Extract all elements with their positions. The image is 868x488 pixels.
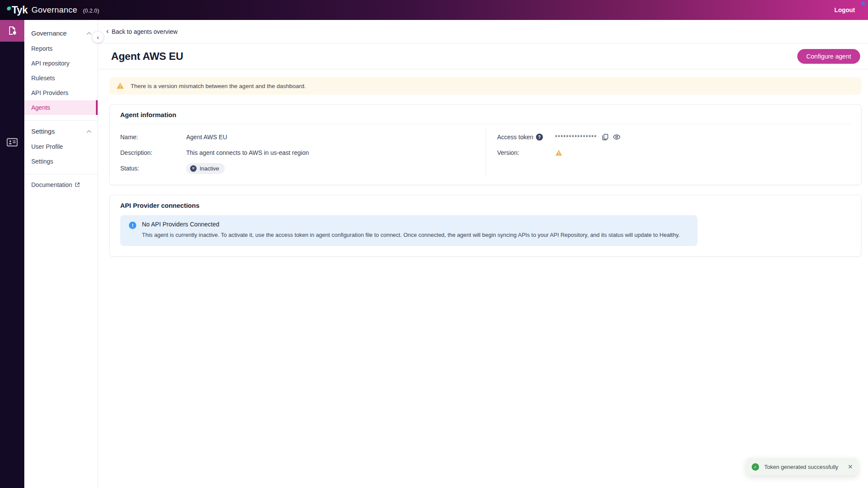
back-to-agents-link[interactable]: ‹ Back to agents overview xyxy=(106,28,178,35)
chevron-left-icon: ‹ xyxy=(106,28,108,35)
access-token-label: Access token xyxy=(497,134,533,141)
icon-rail xyxy=(0,20,24,488)
eye-icon xyxy=(613,134,621,140)
toast-close-button[interactable]: ✕ xyxy=(848,464,853,470)
sidebar: ‹ Governance Reports API repository Rule… xyxy=(24,20,98,488)
logout-button[interactable]: Logout xyxy=(835,7,855,13)
section-label: Settings xyxy=(31,128,55,135)
check-circle-icon: ✓ xyxy=(752,463,759,471)
chevron-up-icon xyxy=(86,32,92,35)
content-area: There is a version mismatch between the … xyxy=(98,69,868,257)
access-token-value: *************** xyxy=(555,134,622,141)
section-label: Governance xyxy=(31,29,67,37)
access-token-row: Access token ? *************** xyxy=(497,129,851,145)
product-name: Governance xyxy=(31,5,77,15)
recording-indicator-dot xyxy=(861,2,865,5)
chevron-left-icon: ‹ xyxy=(97,34,99,41)
main-content: ‹ Back to agents overview Agent AWS EU C… xyxy=(98,20,868,488)
copy-token-button[interactable] xyxy=(601,134,609,141)
version-label: (0.2.0) xyxy=(83,7,99,14)
app-body: ‹ Governance Reports API repository Rule… xyxy=(0,20,868,488)
warning-triangle-icon xyxy=(116,82,124,90)
info-box-body: This agent is currently inactive. To act… xyxy=(142,231,680,239)
page-header: Agent AWS EU Configure agent xyxy=(98,43,868,69)
top-bar: Tyk Governance (0.2.0) Logout xyxy=(0,0,868,20)
no-providers-info-box: ! No API Providers Connected This agent … xyxy=(120,215,697,246)
name-value: Agent AWS EU xyxy=(186,134,227,141)
id-card-icon xyxy=(7,138,18,147)
sidebar-item-reports[interactable]: Reports xyxy=(24,41,98,56)
info-box-content: No API Providers Connected This agent is… xyxy=(142,221,680,239)
status-label: Status: xyxy=(120,165,186,172)
description-row: Description: This agent connects to AWS … xyxy=(120,145,486,160)
version-value xyxy=(555,149,562,157)
sidebar-section-governance[interactable]: Governance xyxy=(24,25,98,41)
status-badge-text: Inactive xyxy=(200,165,219,172)
tyk-logo: Tyk xyxy=(7,5,27,15)
documentation-label: Documentation xyxy=(31,181,72,188)
sidebar-item-settings[interactable]: Settings xyxy=(24,154,98,169)
card-title: API Provider connections xyxy=(110,195,861,214)
name-label: Name: xyxy=(120,134,186,141)
rail-item-governance[interactable] xyxy=(0,20,24,42)
document-shield-icon xyxy=(7,26,17,36)
version-mismatch-banner: There is a version mismatch between the … xyxy=(109,77,861,95)
agent-information-card: Agent information Name: Agent AWS EU Des… xyxy=(109,104,861,185)
sidebar-item-rulesets[interactable]: Rulesets xyxy=(24,71,98,85)
back-label: Back to agents overview xyxy=(112,28,178,35)
success-toast: ✓ Token generated successfully ✕ xyxy=(746,458,858,475)
chevron-up-icon xyxy=(86,130,92,133)
tyk-leaf-icon xyxy=(7,7,11,10)
sidebar-item-user-profile[interactable]: User Profile xyxy=(24,139,98,154)
version-label: Version: xyxy=(497,149,555,156)
sidebar-divider xyxy=(24,120,98,121)
brand-name: Tyk xyxy=(12,5,27,15)
toast-message: Token generated successfully xyxy=(764,464,842,470)
copy-icon xyxy=(602,134,608,141)
info-circle-icon: ! xyxy=(129,222,136,229)
version-row: Version: xyxy=(497,145,851,160)
sidebar-section-settings[interactable]: Settings xyxy=(24,123,98,139)
help-question-icon[interactable]: ? xyxy=(536,134,543,141)
status-badge: ✕ Inactive xyxy=(186,163,225,174)
sidebar-item-api-providers[interactable]: API Providers xyxy=(24,85,98,100)
description-label: Description: xyxy=(120,149,186,156)
governance-items: Reports API repository Rulesets API Prov… xyxy=(24,41,98,118)
configure-agent-button[interactable]: Configure agent xyxy=(797,49,860,64)
rail-item-profile[interactable] xyxy=(0,134,24,150)
sidebar-item-api-repository[interactable]: API repository xyxy=(24,56,98,71)
status-row: Status: ✕ Inactive xyxy=(120,160,486,176)
settings-items: User Profile Settings xyxy=(24,139,98,172)
version-mismatch-text: There is a version mismatch between the … xyxy=(131,83,306,89)
agent-info-left-column: Name: Agent AWS EU Description: This age… xyxy=(120,129,486,176)
brand: Tyk Governance (0.2.0) xyxy=(7,5,99,15)
x-circle-icon: ✕ xyxy=(190,165,197,172)
agent-info-grid: Name: Agent AWS EU Description: This age… xyxy=(110,124,861,185)
back-bar: ‹ Back to agents overview xyxy=(98,20,868,43)
access-token-label-wrap: Access token ? xyxy=(497,134,555,141)
sidebar-collapse-button[interactable]: ‹ xyxy=(92,31,104,43)
sidebar-divider xyxy=(24,174,98,174)
reveal-token-button[interactable] xyxy=(612,134,621,140)
api-provider-connections-card: API Provider connections ! No API Provid… xyxy=(109,195,861,257)
sidebar-item-agents[interactable]: Agents xyxy=(24,100,98,115)
info-box-title: No API Providers Connected xyxy=(142,221,680,228)
external-link-icon xyxy=(75,182,80,187)
card-title: Agent information xyxy=(110,105,861,124)
name-row: Name: Agent AWS EU xyxy=(120,129,486,145)
agent-info-right-column: Access token ? *************** xyxy=(486,129,851,176)
sidebar-item-documentation[interactable]: Documentation xyxy=(24,177,98,193)
masked-token-text: *************** xyxy=(555,134,597,141)
version-warning-icon[interactable] xyxy=(555,149,562,157)
description-value: This agent connects to AWS in us-east re… xyxy=(186,149,309,156)
page-title: Agent AWS EU xyxy=(111,50,183,62)
